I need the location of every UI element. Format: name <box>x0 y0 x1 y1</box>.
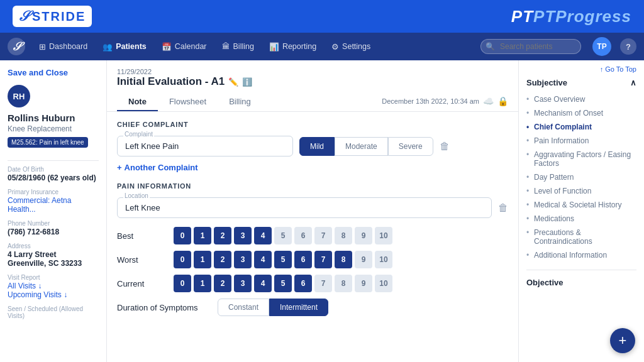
nav-medical-history[interactable]: Medical & Societal History <box>526 198 636 212</box>
current-1[interactable]: 1 <box>194 275 211 292</box>
all-visits-link[interactable]: All Visits ↓ <box>8 282 42 290</box>
insurance-value[interactable]: Commercial: Aetna Health... <box>8 196 99 214</box>
billing-icon: 🏛 <box>222 42 230 51</box>
nav-s-logo: 𝒮 <box>8 38 25 55</box>
nav-aggravating-factors[interactable]: Aggravating Factors / Easing Factors <box>526 148 636 170</box>
worst-2[interactable]: 2 <box>214 251 231 268</box>
nav-item-calendar[interactable]: 📅 Calendar <box>155 40 213 54</box>
current-0[interactable]: 0 <box>174 275 191 292</box>
chevron-up-icon[interactable]: ∧ <box>630 78 636 87</box>
best-5[interactable]: 5 <box>274 227 292 244</box>
worst-label: Worst <box>117 255 167 265</box>
nav-item-patients[interactable]: 👥 Patients <box>96 40 153 54</box>
current-5[interactable]: 5 <box>274 275 292 292</box>
best-7[interactable]: 7 <box>314 227 332 244</box>
worst-3[interactable]: 3 <box>234 251 252 268</box>
severity-severe[interactable]: Severe <box>388 137 433 156</box>
nav-medications[interactable]: Medications <box>526 212 636 226</box>
worst-8[interactable]: 8 <box>335 251 352 268</box>
best-2[interactable]: 2 <box>214 227 231 244</box>
current-9[interactable]: 9 <box>355 275 372 292</box>
nav-item-dashboard[interactable]: ⊞ Dashboard <box>33 40 94 54</box>
tab-flowsheet[interactable]: Flowsheet <box>158 93 218 111</box>
current-6[interactable]: 6 <box>294 275 312 292</box>
location-input[interactable] <box>117 197 492 218</box>
plus-icon: + <box>117 163 122 172</box>
best-label: Best <box>117 231 167 241</box>
best-10[interactable]: 10 <box>375 227 392 244</box>
location-row: Location 🗑 <box>117 197 508 218</box>
info-icon[interactable]: ℹ️ <box>242 77 252 87</box>
search-container: 🔍 <box>480 39 581 54</box>
worst-4[interactable]: 4 <box>254 251 272 268</box>
insurance-field: Primary Insurance Commercial: Aetna Heal… <box>8 189 99 214</box>
nav-chief-complaint[interactable]: Chief Complaint <box>526 120 636 134</box>
settings-icon: ⚙ <box>331 42 339 52</box>
dob-label: Date Of Birth <box>8 166 99 173</box>
nav-item-reporting[interactable]: 📊 Reporting <box>263 40 323 54</box>
best-4[interactable]: 4 <box>254 227 272 244</box>
patient-avatar: RH <box>8 85 30 107</box>
edit-icon[interactable]: ✏️ <box>228 77 238 87</box>
current-7[interactable]: 7 <box>314 275 332 292</box>
content-area: 11/29/2022 Initial Evaluation - A1 ✏️ ℹ️… <box>107 60 518 362</box>
worst-1[interactable]: 1 <box>194 251 211 268</box>
worst-10[interactable]: 10 <box>375 251 392 268</box>
lock-icon[interactable]: 🔒 <box>497 96 508 106</box>
nav-precautions[interactable]: Precautions & Contraindications <box>526 226 636 248</box>
worst-0[interactable]: 0 <box>174 251 191 268</box>
current-8[interactable]: 8 <box>335 275 352 292</box>
best-0[interactable]: 0 <box>174 227 191 244</box>
search-input[interactable] <box>480 39 581 54</box>
right-panel: ↑ Go To Top Subjective ∧ Case Overview M… <box>518 60 644 362</box>
current-10[interactable]: 10 <box>375 275 392 292</box>
add-complaint-button[interactable]: + Another Complaint <box>117 163 508 172</box>
duration-constant[interactable]: Constant <box>218 299 269 316</box>
address-label: Address <box>8 243 99 250</box>
best-8[interactable]: 8 <box>335 227 352 244</box>
nav-level-of-function[interactable]: Level of Function <box>526 184 636 198</box>
chief-complaint-title: CHIEF COMPLAINT <box>117 121 508 128</box>
insurance-label: Primary Insurance <box>8 189 99 195</box>
tab-note[interactable]: Note <box>117 93 158 111</box>
nav-case-overview[interactable]: Case Overview <box>526 92 636 106</box>
current-2[interactable]: 2 <box>214 275 231 292</box>
severity-mild[interactable]: Mild <box>299 137 335 156</box>
delete-location-button[interactable]: 🗑 <box>498 202 508 214</box>
best-3[interactable]: 3 <box>234 227 252 244</box>
calendar-icon: 📅 <box>162 42 172 52</box>
eval-title: Initial Evaluation - A1 ✏️ ℹ️ <box>117 75 508 88</box>
nav-mechanism-of-onset[interactable]: Mechanism of Onset <box>526 106 636 120</box>
severity-moderate[interactable]: Moderate <box>335 137 388 156</box>
save-close-button[interactable]: Save and Close <box>8 68 99 77</box>
content-scroll-area: CHIEF COMPLAINT Complaint Mild Moderate … <box>107 112 518 331</box>
complaint-input[interactable] <box>117 136 293 156</box>
fab-button[interactable]: + <box>610 328 635 353</box>
worst-5[interactable]: 5 <box>274 251 292 268</box>
worst-9[interactable]: 9 <box>355 251 372 268</box>
nav-item-settings[interactable]: ⚙ Settings <box>325 40 377 54</box>
best-9[interactable]: 9 <box>355 227 372 244</box>
tab-billing[interactable]: Billing <box>218 93 262 111</box>
worst-7[interactable]: 7 <box>314 251 332 268</box>
duration-group: Constant Intermittent <box>218 299 328 316</box>
go-to-top-button[interactable]: ↑ Go To Top <box>526 65 636 73</box>
nav-pain-information[interactable]: Pain Information <box>526 134 636 148</box>
worst-6[interactable]: 6 <box>294 251 312 268</box>
best-6[interactable]: 6 <box>294 227 312 244</box>
duration-intermittent[interactable]: Intermittent <box>269 299 328 316</box>
patients-icon: 👥 <box>103 42 113 52</box>
current-3[interactable]: 3 <box>234 275 252 292</box>
phone-field: Phone Number (786) 712-6818 <box>8 220 99 236</box>
nav-day-pattern[interactable]: Day Pattern <box>526 170 636 184</box>
best-1[interactable]: 1 <box>194 227 211 244</box>
upcoming-visits-link[interactable]: Upcoming Visits ↓ <box>8 290 67 299</box>
nav-additional-info[interactable]: Additional Information <box>526 248 636 262</box>
user-avatar[interactable]: TP <box>592 37 611 56</box>
delete-complaint-button[interactable]: 🗑 <box>440 141 450 152</box>
current-4[interactable]: 4 <box>254 275 272 292</box>
nav-item-billing[interactable]: 🏛 Billing <box>216 40 260 53</box>
complaint-float-label: Complaint <box>123 131 154 138</box>
help-button[interactable]: ? <box>620 38 636 55</box>
address-line1: 4 Larry Street <box>8 250 99 259</box>
